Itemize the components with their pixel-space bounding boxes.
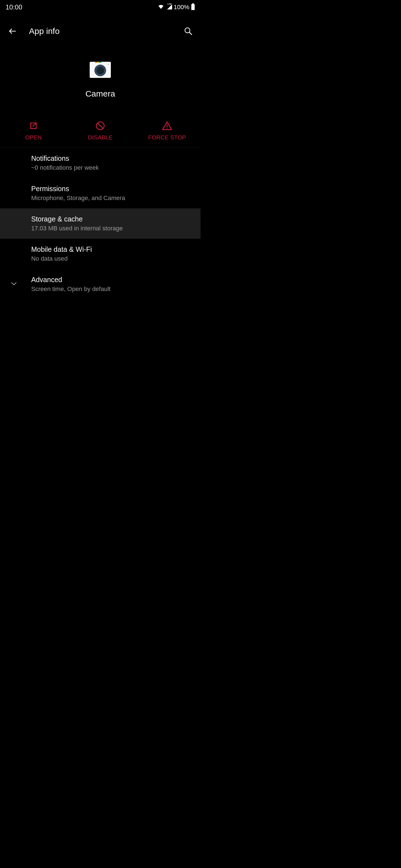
lte-label: LTE bbox=[168, 3, 172, 5]
storage-subtitle: 17.03 MB used in internal storage bbox=[31, 225, 193, 232]
advanced-item[interactable]: Advanced Screen time, Open by default bbox=[0, 269, 200, 299]
battery-percentage: 100% bbox=[174, 4, 189, 11]
disable-button[interactable]: DISABLE bbox=[67, 121, 134, 141]
app-bar: App info bbox=[0, 14, 200, 48]
svg-rect-1 bbox=[191, 4, 195, 10]
force-stop-button[interactable]: FORCE STOP bbox=[134, 121, 200, 141]
storage-item[interactable]: Storage & cache 17.03 MB used in interna… bbox=[0, 208, 200, 239]
back-button[interactable] bbox=[6, 25, 19, 38]
signal-container: LTE bbox=[166, 4, 172, 10]
wifi-icon bbox=[157, 4, 164, 10]
storage-title: Storage & cache bbox=[31, 215, 193, 223]
battery-icon bbox=[191, 3, 195, 11]
data-subtitle: No data used bbox=[31, 255, 193, 262]
advanced-title: Advanced bbox=[31, 276, 193, 284]
permissions-item[interactable]: Permissions Microphone, Storage, and Cam… bbox=[0, 178, 200, 208]
search-icon bbox=[184, 27, 193, 36]
permissions-subtitle: Microphone, Storage, and Camera bbox=[31, 194, 193, 202]
arrow-left-icon bbox=[8, 27, 17, 36]
advanced-subtitle: Screen time, Open by default bbox=[31, 285, 193, 293]
app-name: Camera bbox=[85, 89, 115, 98]
search-button[interactable] bbox=[181, 25, 195, 38]
data-item[interactable]: Mobile data & Wi-Fi No data used bbox=[0, 239, 200, 269]
data-title: Mobile data & Wi-Fi bbox=[31, 245, 193, 253]
notifications-title: Notifications bbox=[31, 154, 193, 162]
settings-list: Notifications ~0 notifications per week … bbox=[0, 148, 200, 299]
open-icon bbox=[28, 121, 38, 131]
status-indicators: LTE 100% bbox=[157, 3, 195, 11]
action-buttons: OPEN DISABLE FORCE STOP bbox=[0, 107, 200, 148]
open-label: OPEN bbox=[25, 134, 42, 141]
disable-icon bbox=[95, 121, 105, 131]
svg-point-4 bbox=[167, 128, 168, 129]
svg-rect-0 bbox=[192, 3, 194, 4]
notifications-subtitle: ~0 notifications per week bbox=[31, 164, 193, 172]
app-header: Camera bbox=[0, 48, 200, 107]
open-button[interactable]: OPEN bbox=[0, 121, 67, 141]
status-bar: 10:00 LTE 100% bbox=[0, 0, 200, 14]
page-title: App info bbox=[29, 26, 172, 36]
force-stop-icon bbox=[162, 121, 172, 131]
notifications-item[interactable]: Notifications ~0 notifications per week bbox=[0, 148, 200, 178]
camera-app-icon bbox=[90, 62, 111, 78]
force-stop-label: FORCE STOP bbox=[148, 134, 186, 141]
status-time: 10:00 bbox=[6, 3, 22, 11]
disable-label: DISABLE bbox=[88, 134, 113, 141]
permissions-title: Permissions bbox=[31, 185, 193, 193]
chevron-down-icon bbox=[10, 280, 18, 289]
